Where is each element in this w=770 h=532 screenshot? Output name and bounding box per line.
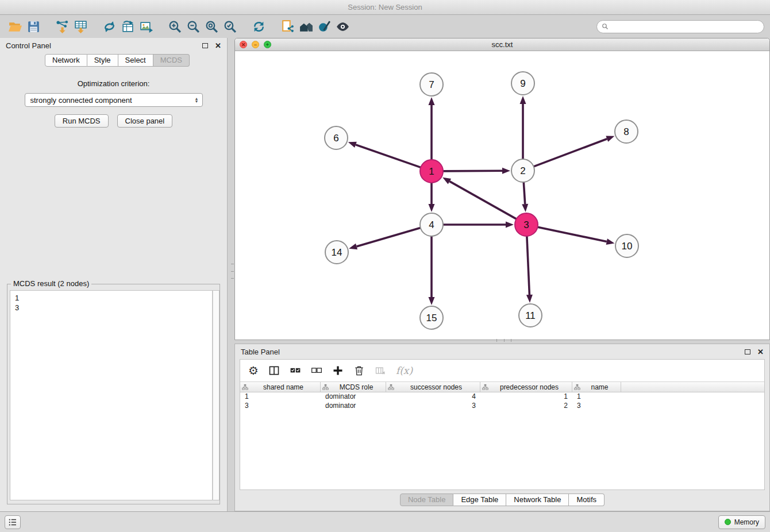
open-file-icon[interactable] (6, 17, 24, 36)
graph-edge[interactable] (357, 228, 421, 246)
show-hide-icon[interactable] (333, 17, 352, 36)
graph-edge-arrowhead (429, 297, 435, 305)
table-panel-body: ⚙ f(x) (240, 359, 765, 490)
delete-row-icon[interactable] (353, 365, 365, 376)
tab-style[interactable]: Style (87, 54, 118, 67)
table-cell[interactable]: 3 (386, 402, 480, 411)
table-column-header[interactable]: shared name (240, 382, 321, 392)
home-layout-icon[interactable] (297, 17, 315, 36)
close-window-icon[interactable]: ✕ (240, 41, 247, 48)
tab-edge-table[interactable]: Edge Table (453, 494, 506, 506)
task-history-button[interactable] (5, 515, 21, 529)
zoom-selected-icon[interactable] (221, 17, 239, 36)
graph-node-label: 9 (520, 78, 525, 89)
graph-edge-arrowhead (349, 244, 357, 250)
vertical-splitter[interactable] (231, 264, 234, 279)
tab-network[interactable]: Network (45, 54, 87, 67)
float-panel-icon[interactable] (202, 43, 208, 48)
table-row[interactable]: 3dominator323 (240, 402, 764, 411)
window-titlebar: Session: New Session (0, 0, 770, 15)
table-row[interactable]: 1dominator411 (240, 392, 764, 402)
network-graph[interactable]: 7968124314101511 (235, 51, 769, 340)
table-column-header[interactable]: successor nodes (386, 382, 480, 392)
split-column-icon[interactable] (268, 365, 280, 376)
table-cell[interactable]: 4 (386, 392, 480, 402)
network-canvas[interactable]: 7968124314101511 (235, 51, 769, 340)
mcds-result-line: 3 (15, 303, 207, 313)
graph-edge[interactable] (523, 182, 525, 204)
graph-edge[interactable] (534, 139, 607, 167)
control-panel-title: Control Panel (6, 41, 51, 50)
import-table-icon[interactable] (71, 17, 90, 36)
optimization-criterion-select[interactable]: strongly connected component ▲▼ (25, 93, 203, 107)
table-panel: Table Panel ✕ ⚙ (234, 344, 770, 511)
deselect-all-icon[interactable] (311, 365, 322, 376)
window-title: Session: New Session (348, 3, 422, 11)
maximize-window-icon[interactable]: + (264, 41, 271, 48)
mcds-result-list: 13 (10, 290, 213, 500)
memory-button[interactable]: Memory (718, 515, 765, 529)
run-mcds-button[interactable]: Run MCDS (55, 114, 109, 128)
table-column-header[interactable]: name (572, 382, 621, 392)
apply-style-icon[interactable] (315, 17, 333, 36)
graph-edge-arrowhead (522, 204, 528, 212)
tab-network-table[interactable]: Network Table (506, 494, 569, 506)
graph-edge-arrowhead (429, 97, 435, 105)
tab-motifs[interactable]: Motifs (569, 494, 605, 506)
table-cell[interactable]: 3 (240, 402, 321, 411)
zoom-out-icon[interactable] (184, 17, 202, 36)
save-session-icon[interactable] (24, 17, 43, 36)
clone-network-icon[interactable] (278, 17, 297, 36)
table-cell[interactable]: 1 (240, 392, 321, 402)
graph-edge[interactable] (538, 227, 607, 241)
close-panel-icon[interactable]: ✕ (215, 42, 221, 49)
search-icon (602, 23, 609, 30)
graph-edge[interactable] (443, 171, 502, 171)
network-table-icon[interactable] (118, 17, 137, 36)
import-network-icon[interactable] (53, 17, 71, 36)
minimize-window-icon[interactable]: − (252, 41, 259, 48)
graph-edge[interactable] (449, 182, 516, 219)
control-panel: Control Panel ✕ Network Style Select MCD… (0, 38, 228, 511)
graph-node-label: 7 (429, 79, 434, 90)
graph-node-label: 10 (622, 241, 633, 252)
table-cell[interactable]: dominator (321, 402, 386, 411)
graph-edge[interactable] (356, 145, 421, 168)
delete-column-icon[interactable] (375, 365, 386, 376)
tab-select[interactable]: Select (118, 54, 153, 67)
mcds-result-group: MCDS result (2 nodes) 13 (7, 284, 220, 504)
graph-node-label: 1 (429, 166, 434, 177)
graph-node-label: 6 (333, 133, 338, 144)
table-cell[interactable]: 1 (572, 392, 621, 402)
add-row-icon[interactable] (332, 365, 344, 376)
horizontal-splitter[interactable] (496, 339, 511, 342)
export-image-icon[interactable] (137, 17, 155, 36)
tab-node-table[interactable]: Node Table (400, 494, 454, 506)
close-table-panel-icon[interactable]: ✕ (757, 348, 764, 356)
network-arrows-icon[interactable] (100, 17, 118, 36)
table-cell[interactable]: 3 (572, 402, 621, 411)
table-column-header[interactable]: MCDS role (321, 382, 386, 392)
float-table-panel-icon[interactable] (745, 349, 750, 354)
result-scrollbar[interactable] (213, 290, 220, 500)
status-bar: Memory (0, 511, 770, 532)
table-cell[interactable]: dominator (321, 392, 386, 402)
select-all-icon[interactable] (290, 365, 301, 376)
network-window-titlebar[interactable]: ✕ − + scc.txt (235, 38, 769, 51)
table-cell[interactable]: 2 (480, 402, 572, 411)
search-input[interactable] (611, 22, 759, 30)
graph-edge[interactable] (527, 236, 530, 295)
close-panel-button[interactable]: Close panel (117, 114, 173, 128)
table-settings-icon[interactable]: ⚙ (248, 365, 259, 376)
tab-mcds[interactable]: MCDS (153, 54, 190, 67)
table-cell[interactable]: 1 (480, 392, 572, 402)
graph-edge-arrowhead (502, 168, 510, 174)
table-column-header[interactable]: predecessor nodes (480, 382, 572, 392)
refresh-layout-icon[interactable] (249, 17, 268, 36)
function-builder-icon[interactable]: f(x) (396, 365, 413, 376)
control-panel-tabs: Network Style Select MCDS (45, 54, 227, 67)
zoom-fit-icon[interactable] (202, 17, 221, 36)
search-field[interactable] (596, 20, 764, 33)
zoom-in-icon[interactable] (165, 17, 184, 36)
table-header-row: shared nameMCDS rolesuccessor nodesprede… (240, 381, 764, 392)
